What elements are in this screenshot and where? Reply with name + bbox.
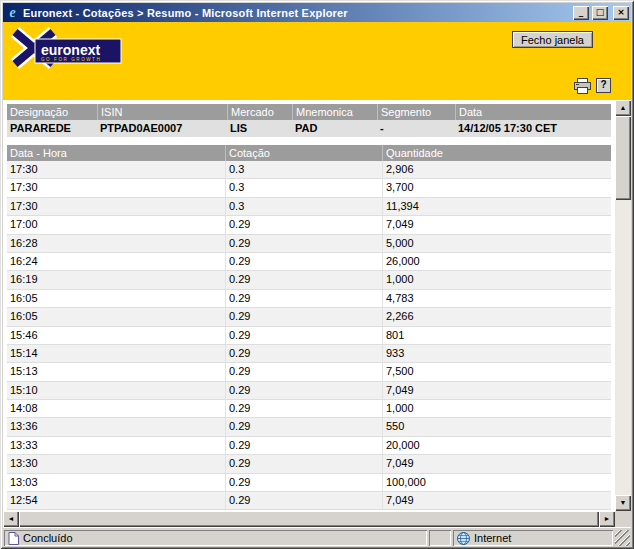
- summary-header-cell: Designação: [7, 104, 97, 120]
- quote-time: 15:13: [7, 363, 225, 380]
- status-text: Concluído: [23, 532, 73, 544]
- content-area: DesignaçãoISINMercadoMnemonicaSegmentoDa…: [3, 100, 631, 527]
- summary-data-cell: PTPAD0AE0007: [97, 120, 227, 137]
- status-panel: Concluído: [4, 530, 427, 546]
- quote-time: 13:33: [7, 437, 225, 454]
- summary-data-cell: LIS: [227, 120, 292, 137]
- quote-time: 16:19: [7, 271, 225, 288]
- zone-panel: Internet: [453, 530, 613, 546]
- vertical-scrollbar[interactable]: ▲ ▼: [615, 100, 631, 511]
- fecho-janela-button[interactable]: Fecho janela: [512, 31, 593, 48]
- scroll-left-icon[interactable]: ◄: [3, 511, 19, 527]
- quote-quantity: 7,500: [382, 363, 611, 380]
- quote-time: 16:24: [7, 253, 225, 270]
- quote-row: 16:190.291,000: [7, 271, 611, 289]
- logo-text: euronext: [41, 42, 100, 58]
- status-bar: Concluído Internet: [3, 527, 631, 546]
- quote-row: 13:330.2920,000: [7, 437, 611, 455]
- summary-data-cell: PARAREDE: [7, 120, 97, 137]
- table-gap: [7, 137, 611, 145]
- quote-quantity: 11,394: [382, 198, 611, 215]
- banner: euronext GO FOR GROWTH Fecho janela ?: [3, 22, 631, 100]
- quote-row: 13:300.297,049: [7, 455, 611, 473]
- quote-price: 0.29: [225, 492, 382, 509]
- summary-data-cell: 14/12/05 17:30 CET: [455, 120, 611, 137]
- print-icon[interactable]: [574, 78, 591, 94]
- quote-quantity: 550: [382, 418, 611, 435]
- euronext-logo: euronext GO FOR GROWTH: [7, 24, 127, 74]
- quote-time: 13:30: [7, 455, 225, 472]
- quote-row: 17:000.297,049: [7, 216, 611, 234]
- maximize-button[interactable]: □: [592, 6, 608, 20]
- summary-header-cell: Segmento: [377, 104, 455, 120]
- help-icon[interactable]: ?: [596, 78, 611, 93]
- quote-quantity: 801: [382, 327, 611, 344]
- quotes-header-cell: Cotação: [225, 145, 382, 161]
- quote-price: 0.29: [225, 271, 382, 288]
- quote-quantity: 1,000: [382, 271, 611, 288]
- quote-price: 0.29: [225, 363, 382, 380]
- scroll-right-icon[interactable]: ►: [599, 511, 615, 527]
- title-bar[interactable]: e Euronext - Cotações > Resumo - Microso…: [3, 3, 631, 22]
- quote-row: 17:300.33,700: [7, 179, 611, 197]
- quote-row: 16:280.295,000: [7, 235, 611, 253]
- quote-quantity: 2,266: [382, 308, 611, 325]
- quote-price: 0.29: [225, 455, 382, 472]
- resize-grip[interactable]: [615, 530, 630, 546]
- scroll-down-icon[interactable]: ▼: [615, 495, 631, 511]
- quote-quantity: 2,906: [382, 161, 611, 178]
- summary-data-row: PARAREDEPTPAD0AE0007LISPAD-14/12/05 17:3…: [7, 120, 611, 137]
- quote-time: 13:03: [7, 474, 225, 491]
- quote-time: 15:46: [7, 327, 225, 344]
- quotes-header-cell: Quantidade: [382, 145, 611, 161]
- quote-time: 16:28: [7, 235, 225, 252]
- quote-quantity: 100,000: [382, 474, 611, 491]
- summary-data-cell: PAD: [292, 120, 377, 137]
- quote-row: 15:100.297,049: [7, 382, 611, 400]
- summary-header-cell: Mnemonica: [292, 104, 377, 120]
- quote-price: 0.29: [225, 400, 382, 417]
- globe-icon: [457, 532, 470, 545]
- quote-price: 0.29: [225, 216, 382, 233]
- quote-quantity: 7,049: [382, 455, 611, 472]
- quote-quantity: 7,049: [382, 216, 611, 233]
- quote-price: 0.29: [225, 235, 382, 252]
- quote-price: 0.29: [225, 418, 382, 435]
- quote-price: 0.3: [225, 198, 382, 215]
- quotes-rows: 17:300.32,90617:300.33,70017:300.311,394…: [7, 161, 611, 510]
- quote-quantity: 20,000: [382, 437, 611, 454]
- quote-time: 14:08: [7, 400, 225, 417]
- quote-quantity: 5,000: [382, 235, 611, 252]
- browser-window: e Euronext - Cotações > Resumo - Microso…: [0, 0, 634, 549]
- scrollbar-corner: [615, 511, 631, 527]
- quote-price: 0.29: [225, 345, 382, 362]
- status-mid-panel: [429, 530, 451, 546]
- quote-quantity: 7,049: [382, 492, 611, 509]
- quote-quantity: 3,700: [382, 179, 611, 196]
- quote-row: 15:130.297,500: [7, 363, 611, 381]
- summary-header-cell: Data: [455, 104, 611, 120]
- quote-price: 0.29: [225, 474, 382, 491]
- close-button[interactable]: ×: [613, 6, 629, 20]
- document-icon: [8, 532, 19, 545]
- quote-price: 0.29: [225, 308, 382, 325]
- quote-price: 0.3: [225, 179, 382, 196]
- page: DesignaçãoISINMercadoMnemonicaSegmentoDa…: [3, 100, 615, 511]
- quote-price: 0.29: [225, 437, 382, 454]
- horizontal-scroll-thumb[interactable]: [19, 511, 599, 527]
- horizontal-scrollbar[interactable]: ◄ ►: [3, 511, 615, 527]
- quote-quantity: 7,049: [382, 382, 611, 399]
- summary-header-cell: Mercado: [227, 104, 292, 120]
- quote-time: 16:05: [7, 290, 225, 307]
- logo-tagline: GO FOR GROWTH: [41, 57, 101, 62]
- quote-row: 16:050.294,783: [7, 290, 611, 308]
- quote-row: 13:360.29550: [7, 418, 611, 436]
- horizontal-scroll-track[interactable]: [19, 511, 599, 527]
- quote-row: 14:080.291,000: [7, 400, 611, 418]
- vertical-scroll-thumb[interactable]: [615, 116, 631, 200]
- quote-time: 12:54: [7, 492, 225, 509]
- scroll-up-icon[interactable]: ▲: [615, 100, 631, 116]
- ie-icon: e: [5, 5, 20, 20]
- quotes-header-cell: Data - Hora: [7, 145, 225, 161]
- minimize-button[interactable]: _: [573, 6, 589, 20]
